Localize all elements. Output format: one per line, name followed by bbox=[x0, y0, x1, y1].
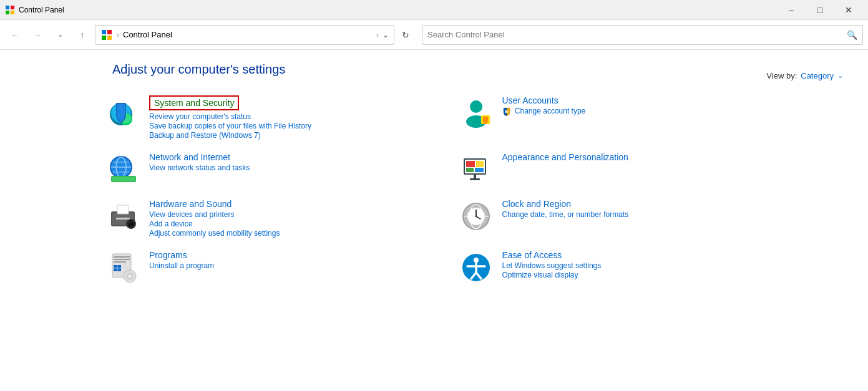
system-security-link-2[interactable]: Save backup copies of your files with Fi… bbox=[149, 122, 441, 130]
main-content: Adjust your computer's settings View by:… bbox=[0, 50, 868, 391]
user-accounts-link-1[interactable]: Change account type bbox=[502, 107, 794, 116]
user-accounts-icon bbox=[459, 95, 494, 130]
view-by-chevron-icon[interactable]: ⌄ bbox=[837, 72, 843, 80]
svg-rect-7 bbox=[107, 36, 112, 40]
clock-region-link-1[interactable]: Change date, time, or number formats bbox=[502, 210, 794, 219]
programs-icon bbox=[106, 250, 140, 284]
svg-point-12 bbox=[470, 100, 482, 113]
svg-rect-32 bbox=[470, 178, 480, 180]
user-accounts-title[interactable]: User Accounts bbox=[502, 95, 794, 105]
system-security-content: System and Security Review your computer… bbox=[149, 95, 441, 140]
network-internet-icon bbox=[106, 152, 140, 186]
search-input[interactable] bbox=[427, 30, 847, 39]
system-security-title[interactable]: System and Security bbox=[149, 95, 239, 110]
user-accounts-item: User Accounts Change account type bbox=[453, 89, 806, 146]
svg-rect-15 bbox=[505, 110, 507, 113]
title-bar-controls: – □ ✕ bbox=[777, 0, 863, 20]
svg-rect-53 bbox=[114, 261, 126, 263]
address-bar-icon bbox=[100, 29, 113, 41]
system-security-link-1[interactable]: Review your computer's status bbox=[149, 112, 441, 121]
up-button[interactable]: ↑ bbox=[72, 25, 92, 45]
network-internet-link-1[interactable]: View network status and tasks bbox=[149, 163, 441, 172]
svg-point-39 bbox=[129, 221, 134, 226]
close-button[interactable]: ✕ bbox=[834, 0, 863, 20]
hardware-sound-icon bbox=[106, 199, 140, 233]
address-text: Control Panel bbox=[123, 30, 373, 39]
svg-rect-28 bbox=[476, 161, 484, 167]
appearance-title[interactable]: Appearance and Personalization bbox=[502, 152, 794, 162]
forward-button[interactable]: → bbox=[27, 25, 47, 45]
dropdown-button[interactable]: ⌄ bbox=[50, 25, 70, 45]
forward-icon: → bbox=[33, 30, 42, 40]
appearance-icon bbox=[459, 152, 494, 186]
svg-rect-5 bbox=[107, 30, 112, 34]
main-area: Adjust your computer's settings View by:… bbox=[0, 50, 868, 391]
svg-rect-6 bbox=[102, 36, 106, 40]
network-internet-item: Network and Internet View network status… bbox=[100, 146, 453, 193]
refresh-icon: ↻ bbox=[402, 30, 409, 40]
user-accounts-content: User Accounts Change account type bbox=[502, 95, 794, 116]
minimize-button[interactable]: – bbox=[777, 0, 806, 20]
items-grid: System and Security Review your computer… bbox=[0, 89, 868, 291]
hardware-sound-link-2[interactable]: Add a device bbox=[149, 220, 441, 228]
svg-rect-16 bbox=[507, 110, 509, 113]
page-title: Adjust your computer's settings bbox=[112, 62, 285, 77]
svg-rect-29 bbox=[466, 168, 474, 172]
svg-rect-27 bbox=[466, 161, 475, 167]
view-by-value[interactable]: Category bbox=[801, 71, 834, 80]
programs-item: Programs Uninstall a program bbox=[100, 244, 453, 291]
programs-content: Programs Uninstall a program bbox=[149, 250, 441, 270]
shield-color-icon bbox=[502, 107, 511, 116]
ease-access-icon bbox=[459, 250, 494, 284]
hardware-sound-link-3[interactable]: Adjust commonly used mobility settings bbox=[149, 229, 441, 238]
back-button[interactable]: ← bbox=[5, 25, 25, 45]
svg-rect-35 bbox=[116, 218, 130, 220]
ease-access-title[interactable]: Ease of Access bbox=[502, 250, 794, 260]
search-icon: 🔍 bbox=[847, 30, 857, 40]
address-dropdown-icon[interactable]: ⌄ bbox=[383, 31, 389, 39]
programs-link-1[interactable]: Uninstall a program bbox=[149, 261, 441, 270]
clock-region-content: Clock and Region Change date, time, or n… bbox=[502, 199, 794, 219]
programs-title[interactable]: Programs bbox=[149, 250, 441, 260]
svg-point-59 bbox=[129, 275, 131, 278]
svg-point-49 bbox=[475, 215, 477, 217]
system-security-icon bbox=[106, 95, 140, 130]
view-by-label: View by: bbox=[766, 71, 797, 80]
nav-bar: ← → ⌄ ↑ › Control Panel › ⌄ ↻ 🔍 bbox=[0, 20, 868, 50]
clock-region-title[interactable]: Clock and Region bbox=[502, 199, 794, 209]
system-security-link-3[interactable]: Backup and Restore (Windows 7) bbox=[149, 131, 441, 140]
svg-rect-3 bbox=[11, 11, 14, 14]
ease-access-link-2[interactable]: Optimize visual display bbox=[502, 271, 794, 279]
hardware-sound-item: Hardware and Sound View devices and prin… bbox=[100, 193, 453, 244]
ease-access-item: Ease of Access Let Windows suggest setti… bbox=[453, 244, 806, 291]
svg-point-40 bbox=[129, 222, 130, 223]
ease-access-content: Ease of Access Let Windows suggest setti… bbox=[502, 250, 794, 279]
control-panel-icon bbox=[5, 5, 15, 15]
svg-rect-1 bbox=[11, 6, 14, 9]
network-internet-title[interactable]: Network and Internet bbox=[149, 152, 441, 162]
maximize-button[interactable]: □ bbox=[806, 0, 834, 20]
back-icon: ← bbox=[11, 30, 19, 40]
title-bar-title: Control Panel bbox=[19, 6, 64, 14]
svg-rect-52 bbox=[114, 259, 130, 260]
refresh-button[interactable]: ↻ bbox=[397, 26, 414, 44]
clock-region-item: Clock and Region Change date, time, or n… bbox=[453, 193, 806, 244]
ease-access-link-1[interactable]: Let Windows suggest settings bbox=[502, 261, 794, 270]
clock-region-icon bbox=[459, 199, 494, 233]
hardware-sound-link-1[interactable]: View devices and printers bbox=[149, 210, 441, 219]
appearance-item: Appearance and Personalization bbox=[453, 146, 806, 193]
view-by-bar: View by: Category ⌄ bbox=[766, 71, 849, 80]
address-separator2: › bbox=[376, 31, 379, 39]
address-bar[interactable]: › Control Panel › ⌄ bbox=[95, 25, 394, 45]
search-bar[interactable]: 🔍 bbox=[422, 25, 863, 45]
appearance-content: Appearance and Personalization bbox=[502, 152, 794, 163]
hardware-sound-title[interactable]: Hardware and Sound bbox=[149, 199, 441, 209]
svg-rect-30 bbox=[475, 168, 484, 172]
svg-rect-0 bbox=[6, 6, 9, 9]
title-bar: Control Panel – □ ✕ bbox=[0, 0, 868, 20]
up-icon: ↑ bbox=[80, 30, 85, 40]
hardware-sound-content: Hardware and Sound View devices and prin… bbox=[149, 199, 441, 238]
dropdown-icon: ⌄ bbox=[57, 31, 63, 39]
svg-rect-24 bbox=[112, 177, 135, 181]
svg-rect-2 bbox=[6, 11, 9, 14]
